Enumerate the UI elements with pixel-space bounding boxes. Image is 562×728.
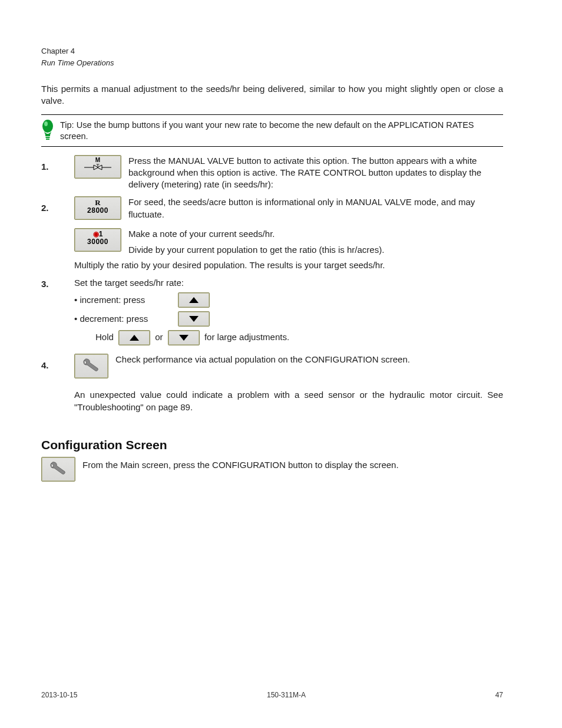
rate-control-r-button[interactable]: R 28000: [74, 196, 121, 220]
hold-down-button[interactable]: [168, 330, 200, 345]
wrench-icon: [48, 461, 69, 475]
configuration-button[interactable]: [41, 457, 75, 482]
manual-valve-button-label: M: [75, 157, 121, 164]
svg-rect-3: [46, 139, 49, 140]
step-4-number: 4.: [41, 354, 74, 371]
chapter-label: Chapter 4: [41, 46, 503, 57]
configuration-section-row: From the Main screen, press the CONFIGUR…: [41, 457, 503, 482]
svg-marker-11: [189, 297, 199, 303]
step-1-number: 1.: [41, 155, 74, 173]
step-1-text: Press the MANUAL VALVE button to activat…: [128, 156, 481, 190]
arrow-up-icon: [129, 334, 140, 341]
step-3-intro: Set the target seeds/hr rate:: [74, 277, 503, 289]
intro-paragraph: This permits a manual adjustment to the …: [41, 83, 503, 107]
step-3-decrement-label: • decrement: press: [74, 313, 176, 325]
footer-page-number: 47: [495, 690, 503, 700]
increment-button[interactable]: [178, 292, 210, 308]
step-4: 4. Check performance via actual populati…: [41, 354, 503, 420]
arrow-down-icon: [189, 315, 199, 322]
footer-doc-id: 150-311M-A: [267, 690, 306, 700]
step-2-text-o-3: Multiply the ratio by your desired popul…: [74, 259, 503, 271]
wrench-icon: [81, 358, 102, 372]
svg-marker-13: [130, 335, 139, 341]
step-4-text-below: An unexpected value could indicate a pro…: [74, 389, 503, 413]
decrement-button[interactable]: [178, 311, 210, 327]
lightbulb-icon: [41, 118, 54, 142]
step-3-hold-suffix: for large adjustments.: [204, 332, 289, 342]
chapter-title: Run Time Operations: [41, 58, 503, 68]
svg-marker-14: [179, 335, 189, 341]
configuration-section-title: Configuration Screen: [41, 437, 503, 453]
svg-rect-2: [46, 137, 50, 138]
manual-valve-button[interactable]: M: [74, 155, 121, 179]
tip-text: Tip: Use the bump buttons if you want yo…: [60, 118, 503, 143]
page-footer: 2013-10-15 150-311M-A 47: [41, 690, 503, 700]
rate-control-r-value: 28000: [75, 207, 121, 215]
step-4-text-button: Check performance via actual population …: [115, 354, 410, 364]
step-3: 3. Set the target seeds/hr rate: • incre…: [41, 277, 503, 345]
rate-control-o-button[interactable]: ◉◎11 30000: [74, 228, 121, 252]
footer-date: 2013-10-15: [41, 690, 77, 700]
svg-marker-12: [189, 316, 199, 322]
step-2-text-o-1: Make a note of your current seeds/hr.: [74, 228, 503, 240]
tip-callout: Tip: Use the bump buttons if you want yo…: [41, 114, 503, 147]
rate-control-o-value: 30000: [75, 238, 121, 246]
step-3-hold-mid: or: [155, 332, 163, 342]
step-3-increment-label: • increment: press: [74, 294, 176, 306]
step-3-number: 3.: [41, 277, 74, 290]
step-1: 1. M Press the MANUAL VALVE button to ac…: [41, 155, 503, 191]
hold-up-button[interactable]: [118, 330, 150, 345]
arrow-up-icon: [189, 297, 199, 304]
arrow-down-icon: [178, 334, 189, 341]
step-2: 2. R 28000 For seed, the seeds/acre butt…: [41, 196, 503, 271]
valve-icon: [83, 164, 113, 171]
step-2-text-o-2: Divide by your current population to get…: [74, 244, 503, 256]
configuration-section-text: From the Main screen, press the CONFIGUR…: [82, 459, 503, 471]
rate-control-r-label: R: [75, 199, 121, 207]
configuration-button-step4[interactable]: [74, 354, 108, 378]
svg-rect-1: [45, 135, 50, 136]
svg-point-4: [44, 121, 48, 126]
step-2-text-r: For seed, the seeds/acre button is infor…: [128, 197, 475, 219]
step-2-number: 2.: [41, 196, 74, 214]
step-3-hold-prefix: Hold: [95, 332, 114, 342]
svg-point-0: [42, 120, 53, 133]
